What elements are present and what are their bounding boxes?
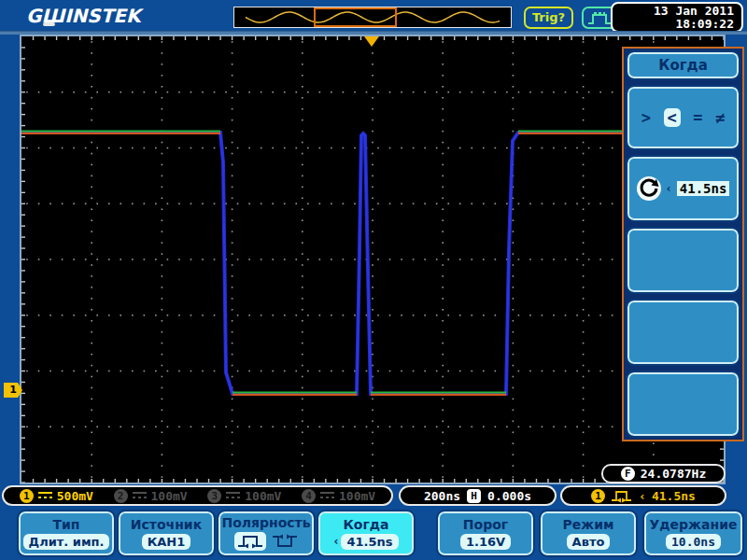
menu-type-value: Длит. имп. xyxy=(23,534,110,550)
pulse-width-value-button[interactable]: ‹ 41.5ns xyxy=(626,155,740,222)
channel-4-badge-icon: 4 xyxy=(302,489,316,503)
menu-when-label: Когда xyxy=(343,518,388,531)
menu-source-label: Источник xyxy=(131,518,202,531)
menu-holdoff-value: 10.0ns xyxy=(666,534,721,550)
soft-menu-empty-button-3[interactable] xyxy=(626,371,740,438)
soft-menu-sidebar: Когда > < = ≠ ‹ 41.5ns xyxy=(622,47,744,441)
menu-polarity-label: Полярность xyxy=(221,516,310,529)
menu-mode-value: Авто xyxy=(567,534,611,550)
menu-threshold-button[interactable]: Порог 1.16V xyxy=(436,510,535,557)
soft-menu-title: Когда xyxy=(626,50,740,80)
operator-ne[interactable]: ≠ xyxy=(715,108,725,127)
menu-holdoff-button[interactable]: Удержание 10.0ns xyxy=(642,510,744,557)
operator-select-button[interactable]: > < = ≠ xyxy=(626,85,740,150)
logo-g: G xyxy=(26,5,41,27)
pulse-icon xyxy=(586,10,613,26)
logo-sha: Ш xyxy=(41,5,64,27)
oscilloscope-display xyxy=(20,35,726,484)
menu-holdoff-label: Удержание xyxy=(650,518,738,531)
channel-1-status: 1 500mV xyxy=(20,489,93,503)
trigger-readout: 1 ‹ 41.5ns xyxy=(560,485,726,506)
waveform-preview-strip xyxy=(233,7,512,28)
operator-gt[interactable]: > xyxy=(641,108,651,127)
logo-orange-bar xyxy=(43,22,55,26)
menu-source-value: КАН1 xyxy=(142,534,191,550)
menu-type-button[interactable]: Тип Длит. имп. xyxy=(17,510,116,557)
operator-eq[interactable]: = xyxy=(693,108,702,127)
menu-when-button[interactable]: Когда ‹ 41.5ns xyxy=(317,510,416,557)
timebase-readout: 200ns H 0.000s xyxy=(399,485,557,506)
channel-2-badge-icon: 2 xyxy=(114,489,128,503)
dc-coupling-icon xyxy=(320,491,334,501)
channel-3-scale: 100mV xyxy=(245,489,281,503)
trigger-width-value: 41.5ns xyxy=(652,489,696,503)
negative-pulse-icon[interactable] xyxy=(272,534,298,549)
menu-mode-label: Режим xyxy=(563,518,614,531)
dc-coupling-icon xyxy=(133,491,147,501)
trigger-source-badge-icon: 1 xyxy=(591,489,605,503)
menu-threshold-label: Порог xyxy=(463,518,508,531)
time-text: 18:09:22 xyxy=(613,18,734,31)
when-lt-prefix: ‹ xyxy=(333,535,338,548)
channel-2-status: 2 100mV xyxy=(114,489,188,503)
trigger-position-marker-icon xyxy=(364,36,379,47)
channel-4-status: 4 100mV xyxy=(302,489,375,503)
trigger-status-indicator: Trig? xyxy=(524,7,573,29)
channel-3-badge-icon: 3 xyxy=(207,489,221,503)
datetime-display: 13 Jan 2011 18:09:22 xyxy=(611,2,743,33)
timebase-value: 200ns xyxy=(424,489,460,503)
positive-pulse-icon xyxy=(237,534,263,549)
preview-zoom-window xyxy=(314,7,397,27)
trigger-lt-prefix: ‹ xyxy=(639,489,646,503)
date-text: 13 Jan 2011 xyxy=(613,5,734,18)
channel-3-status: 3 100mV xyxy=(207,489,281,503)
waveform-trace xyxy=(21,36,724,483)
pulse-width-trigger-icon xyxy=(611,489,633,503)
soft-menu-empty-button-1[interactable] xyxy=(626,227,740,294)
knob-lt-prefix: ‹ xyxy=(666,182,672,195)
channel-2-scale: 100mV xyxy=(151,489,188,503)
dc-coupling-icon xyxy=(226,491,240,501)
pulse-width-value: 41.5ns xyxy=(677,181,730,196)
frequency-badge-icon: F xyxy=(621,467,635,481)
horizontal-offset-value: 0.000s xyxy=(487,489,531,503)
rotary-knob-icon xyxy=(637,176,661,201)
menu-polarity-button[interactable]: Полярность xyxy=(217,510,316,557)
channel-4-scale: 100mV xyxy=(339,489,375,503)
menu-type-label: Тип xyxy=(52,518,79,531)
logo-rest: INSTEK xyxy=(64,5,140,27)
top-bar: GШINSTEK Trig? 13 Jan 2011 18:09:22 xyxy=(0,0,747,31)
frequency-value: 24.0787Hz xyxy=(641,467,706,481)
positive-polarity-selected[interactable] xyxy=(234,532,266,551)
gwinstek-logo: GШINSTEK xyxy=(26,5,141,27)
channel-1-scale: 500mV xyxy=(57,489,93,503)
channel-status-bar: 1 500mV 2 100mV 3 100mV 4 100mV xyxy=(2,485,393,506)
menu-mode-button[interactable]: Режим Авто xyxy=(539,510,638,557)
operator-lt-selected[interactable]: < xyxy=(664,108,681,127)
menu-threshold-value: 1.16V xyxy=(460,534,511,550)
frequency-readout: F 24.0787Hz xyxy=(601,464,726,483)
horizontal-badge-icon: H xyxy=(467,489,481,503)
soft-menu-empty-button-2[interactable] xyxy=(626,299,740,366)
menu-when-value: 41.5ns xyxy=(341,534,398,550)
channel-1-badge-icon: 1 xyxy=(20,489,34,503)
menu-source-button[interactable]: Источник КАН1 xyxy=(117,510,216,557)
dc-coupling-icon xyxy=(38,491,52,501)
